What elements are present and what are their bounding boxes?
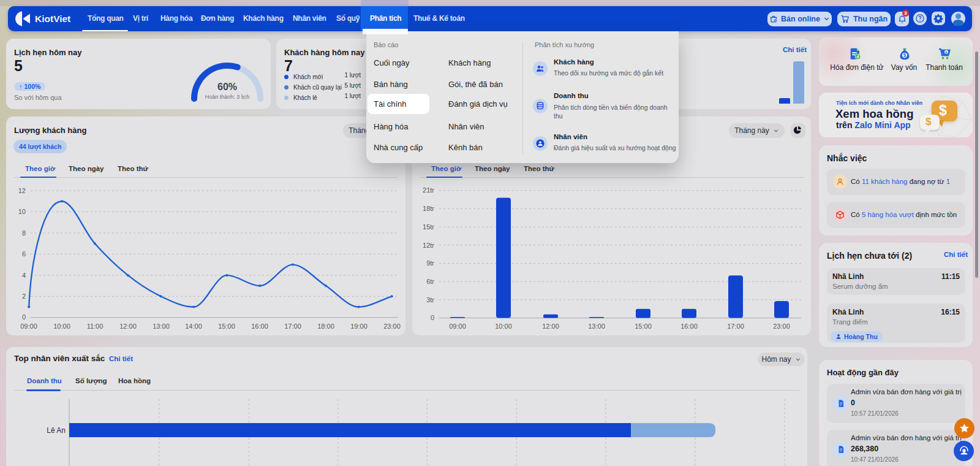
svg-text:12:00: 12:00: [542, 323, 559, 330]
svg-text:15tr: 15tr: [423, 223, 434, 231]
svg-text:3tr: 3tr: [426, 296, 434, 304]
svg-text:10: 10: [18, 208, 26, 215]
svg-text:0: 0: [431, 314, 434, 321]
svg-text:16:00: 16:00: [680, 323, 698, 330]
svg-text:15:00: 15:00: [218, 323, 235, 330]
svg-text:11:00: 11:00: [87, 323, 104, 330]
svg-text:13:00: 13:00: [588, 323, 605, 330]
svg-text:12: 12: [18, 187, 26, 194]
svg-text:21tr: 21tr: [423, 186, 434, 194]
svg-text:6tr: 6tr: [426, 278, 434, 285]
svg-text:09:00: 09:00: [20, 323, 37, 330]
svg-text:10:00: 10:00: [53, 323, 70, 330]
svg-text:16:00: 16:00: [251, 323, 268, 330]
svg-text:12:00: 12:00: [119, 323, 137, 330]
svg-text:23:00: 23:00: [383, 323, 401, 330]
svg-text:2: 2: [22, 292, 26, 300]
svg-text:15:00: 15:00: [635, 323, 652, 330]
svg-text:17:00: 17:00: [284, 323, 301, 330]
svg-text:Lê An: Lê An: [47, 426, 66, 435]
svg-text:$: $: [903, 53, 907, 58]
svg-text:9tr: 9tr: [426, 259, 434, 267]
svg-text:0: 0: [22, 313, 26, 321]
svg-text:18:00: 18:00: [317, 323, 334, 330]
svg-text:8: 8: [22, 229, 26, 237]
svg-text:4: 4: [22, 272, 26, 279]
svg-text:đ: đ: [856, 54, 859, 59]
svg-text:13:00: 13:00: [153, 323, 170, 330]
svg-text:12tr: 12tr: [423, 242, 434, 249]
svg-text:19:00: 19:00: [350, 323, 368, 330]
svg-text:17:00: 17:00: [727, 323, 744, 330]
svg-text:60%: 60%: [217, 82, 237, 92]
svg-text:Hoàn thành: 3 lịch: Hoàn thành: 3 lịch: [205, 94, 250, 100]
svg-text:10:00: 10:00: [495, 323, 512, 330]
svg-text:6: 6: [22, 250, 26, 258]
svg-text:14:00: 14:00: [185, 323, 202, 330]
svg-text:23:00: 23:00: [773, 323, 790, 330]
svg-text:18tr: 18tr: [423, 205, 434, 212]
svg-text:09:00: 09:00: [449, 323, 466, 330]
